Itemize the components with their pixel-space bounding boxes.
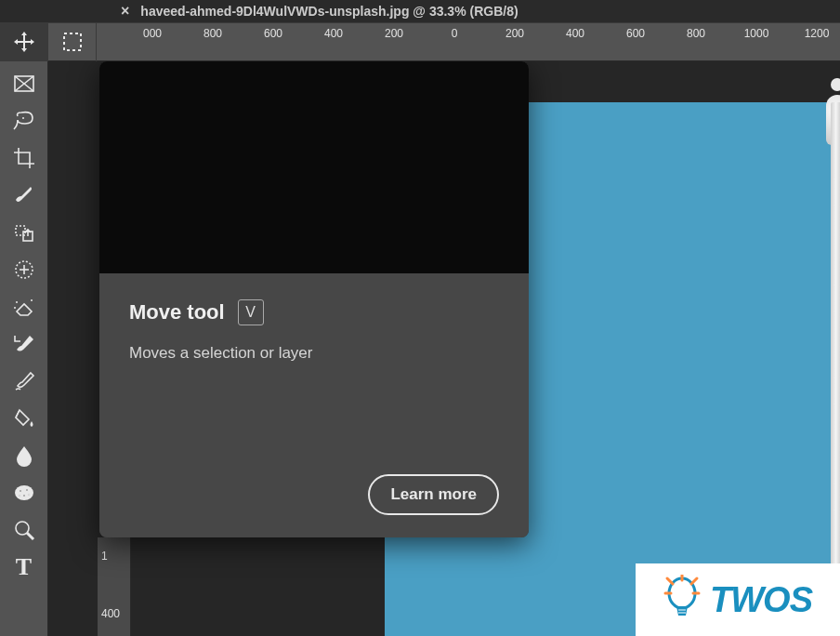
ruler-tick: 1000 (744, 27, 769, 40)
marquee-tool-option[interactable] (48, 22, 97, 61)
history-brush-tool[interactable] (6, 326, 43, 362)
move-icon (12, 30, 36, 54)
close-tab-icon[interactable]: × (121, 3, 129, 20)
ruler-tick: 800 (203, 27, 222, 40)
svg-point-18 (18, 495, 20, 497)
ruler-tick: 200 (385, 27, 403, 40)
eraser-tool[interactable] (6, 289, 43, 325)
watermark-text: TWOS (710, 580, 812, 620)
tooltip-shortcut: V (238, 299, 264, 325)
type-tool-label: T (16, 553, 32, 581)
zoom-tool[interactable] (6, 512, 43, 548)
svg-point-12 (14, 307, 16, 309)
document-tab[interactable]: × haveed-ahmed-9Dl4WulVWDs-unsplash.jpg … (0, 0, 840, 22)
frame-tool[interactable] (6, 66, 43, 101)
tooltip-body: Move tool V Moves a selection or layer L… (99, 273, 529, 537)
options-bar: 000 800 600 400 200 0 200 400 600 800 10… (0, 22, 840, 61)
ruler-tick: 800 (687, 27, 705, 40)
svg-point-13 (15, 485, 33, 500)
ruler-tick: 400 (566, 27, 584, 40)
ruler-tick: 600 (626, 27, 645, 40)
move-tool-option[interactable] (0, 22, 48, 61)
lightbulb-icon (663, 575, 701, 625)
ruler-tick: 600 (264, 27, 282, 40)
svg-line-25 (691, 578, 697, 584)
ruler-tick: 400 (324, 27, 343, 40)
type-tool[interactable]: T (6, 550, 43, 585)
flagpole-finial (831, 78, 840, 91)
svg-point-17 (27, 494, 29, 496)
lasso-tool[interactable] (6, 103, 43, 139)
svg-line-24 (667, 578, 673, 584)
document-title: haveed-ahmed-9Dl4WulVWDs-unsplash.jpg @ … (140, 4, 518, 19)
canvas[interactable]: Move tool V Moves a selection or layer L… (48, 61, 840, 636)
paint-bucket-tool[interactable] (6, 401, 43, 436)
flagpole (831, 102, 840, 636)
horizontal-ruler: 000 800 600 400 200 0 200 400 600 800 10… (97, 23, 840, 62)
sponge-tool[interactable] (6, 475, 43, 510)
learn-more-button[interactable]: Learn more (368, 474, 499, 515)
vruler-tick: 400 (101, 607, 120, 620)
ruler-tick: 0 (452, 27, 458, 40)
brush-tool[interactable] (6, 178, 43, 213)
svg-point-14 (19, 490, 21, 493)
crop-tool[interactable] (6, 140, 43, 176)
svg-rect-0 (64, 33, 81, 50)
marquee-icon (61, 31, 84, 53)
clone-stamp-tool[interactable] (6, 215, 43, 250)
vruler-tick: 1 (101, 550, 108, 563)
svg-line-20 (27, 533, 33, 539)
svg-point-11 (31, 299, 33, 301)
ruler-tick: 1200 (805, 27, 830, 40)
watermark-badge: TWOS (636, 563, 840, 636)
blur-tool[interactable] (6, 438, 43, 473)
spot-healing-tool[interactable] (6, 252, 43, 287)
svg-point-10 (16, 301, 18, 303)
svg-point-16 (22, 495, 25, 497)
tooltip-description: Moves a selection or layer (129, 344, 499, 363)
ruler-tick: 000 (143, 27, 162, 40)
tooltip-title: Move tool (129, 300, 225, 325)
svg-point-4 (22, 117, 24, 119)
vertical-ruler: 1 400 (98, 537, 131, 636)
main-area: T Move tool V (0, 61, 840, 636)
tool-panel: T (0, 61, 48, 636)
tool-tooltip: Move tool V Moves a selection or layer L… (99, 61, 529, 537)
svg-point-15 (25, 489, 28, 492)
smudge-tool[interactable] (6, 364, 43, 399)
svg-point-19 (16, 522, 29, 535)
ruler-tick: 200 (505, 27, 524, 40)
tooltip-preview (99, 61, 529, 273)
